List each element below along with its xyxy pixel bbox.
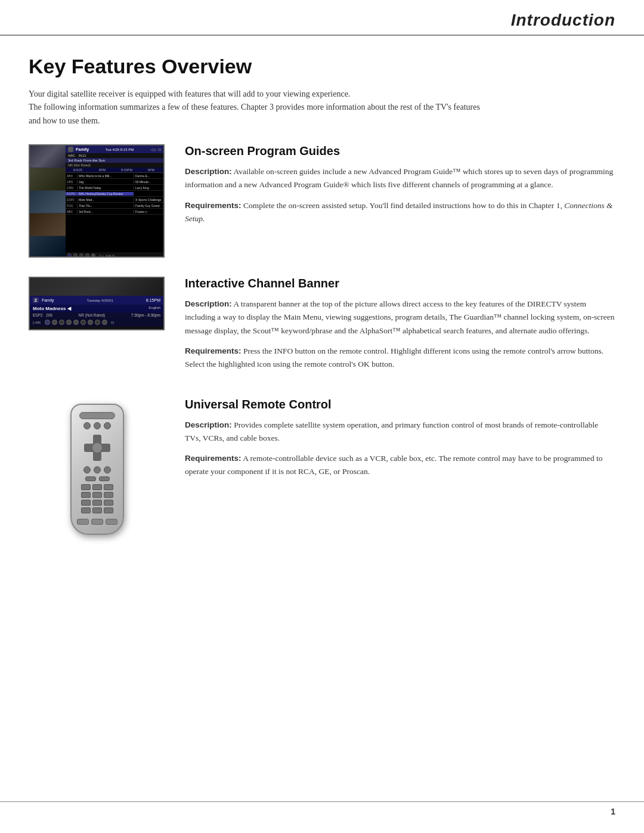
section-remote-control: Universal Remote Control Description: Pr…: [29, 398, 615, 535]
desc-label-2: Description:: [185, 299, 232, 308]
remote-btn-sm-3: [104, 422, 111, 429]
banner-icon-5: [73, 320, 79, 325]
guide-screen-mockup: Family Tue 4/25 8:15 PM ◁ ▷ ⊡ NBC IN12 3…: [29, 144, 165, 258]
remote-control-req: Requirements: A remote-controllable devi…: [185, 452, 615, 479]
remote-control-text: Universal Remote Control Description: Pr…: [185, 398, 615, 486]
page-footer: 1: [0, 801, 644, 821]
remote-num-7: [81, 500, 91, 506]
remote-rect-buttons: [85, 476, 110, 481]
banner-date: Tuesday 4/25/01: [86, 299, 113, 302]
remote-num-9: [104, 500, 113, 506]
guide-icon-2: [73, 253, 78, 258]
remote-num-0: [92, 507, 102, 513]
remote-control-desc: Description: Provides complete satellite…: [185, 419, 615, 445]
dpad-center: [92, 443, 102, 453]
remote-num-4: [81, 492, 91, 498]
program-guide-image: Family Tue 4/25 8:15 PM ◁ ▷ ⊡ NBC IN12 3…: [29, 144, 166, 258]
banner-prog-row: Moto Madness ◀ English: [30, 305, 163, 312]
remote-control-body: Description: Provides complete satellite…: [185, 419, 615, 479]
remote-num-hash: [104, 507, 113, 513]
chapter-ref-1: Connections & Setup.: [185, 201, 613, 223]
guide-row-abx: ABX Who Wants to be a Mill... Darma &...: [66, 173, 163, 179]
program-guides-body: Description: Available on-screen guides …: [185, 165, 615, 225]
page-title: Key Features Overview: [29, 55, 615, 78]
desc-label-3: Description:: [185, 420, 232, 429]
page-number: 1: [611, 807, 615, 816]
banner-network-logo: 2: [33, 298, 39, 303]
banner-lang: English: [148, 306, 160, 311]
req-label-2: Requirements:: [185, 346, 242, 355]
banner-rating: NR (Not Rated): [78, 313, 105, 317]
guide-icon-1: [67, 253, 72, 258]
guide-channel-name: Family: [76, 147, 89, 151]
guide-icons: ◁ ▷ ⊡: [150, 147, 161, 151]
banner-video-bg: [30, 278, 163, 296]
banner-channel: Family: [42, 298, 54, 302]
guide-date-time: Tue 4/25 8:15 PM: [106, 148, 134, 151]
remote-num-8: [92, 500, 102, 506]
remote-small-buttons: [83, 422, 111, 429]
guide-icon-5: [91, 253, 95, 258]
remote-num-3: [104, 484, 113, 490]
guide-thumbnails: [30, 145, 66, 258]
banner-channel-row: 2 Family Tuesday 4/25/01 8:15PM: [30, 296, 163, 305]
guide-row-esp2: ESP2 Moto Mad... X-Sports Challenge: [66, 197, 163, 203]
guide-ch-num: NBC IN12: [66, 153, 163, 158]
thumb-3: [30, 191, 66, 213]
banner-prog-time: 7:30pm - 8:30pm: [131, 313, 160, 317]
banner-icon-2: [52, 320, 57, 325]
remote-control-heading: Universal Remote Control: [185, 398, 615, 411]
remote-dpad: [84, 435, 110, 461]
guide-right-panel: Family Tue 4/25 8:15 PM ◁ ▷ ⊡ NBC IN12 3…: [66, 145, 163, 258]
banner-icon-row: ▷M≡ ⊡: [30, 318, 163, 327]
banner-screen-mockup: 2 Family Tuesday 4/25/01 8:15PM Moto Mad…: [29, 277, 165, 330]
remote-top-button: [79, 412, 115, 419]
program-guides-req: Requirements: Complete the on-screen ass…: [185, 199, 615, 226]
remote-mockup: [67, 404, 127, 535]
banner-time: 8:15PM: [146, 298, 160, 302]
page-title-text: Key Features Overview: [29, 55, 252, 78]
banner-rating-row: ESP2 206 NR (Not Rated) 7:30pm - 8:30pm: [30, 312, 163, 318]
thumb-4: [30, 213, 66, 236]
remote-body: [70, 404, 124, 535]
banner-icon-8: [95, 320, 100, 325]
section-channel-banner: 2 Family Tuesday 4/25/01 8:15PM Moto Mad…: [29, 277, 615, 378]
guide-bottom-icons: ▽ △ ⊡ ⊞ ⊡: [66, 252, 163, 258]
remote-num-2: [92, 484, 102, 490]
desc-label-1: Description:: [185, 167, 232, 176]
remote-btn-rect-2: [99, 476, 110, 481]
channel-banner-heading: Interactive Channel Banner: [185, 277, 615, 290]
remote-bottom-2: [91, 519, 103, 525]
remote-bottom-1: [77, 519, 89, 525]
channel-banner-text: Interactive Channel Banner Description: …: [185, 277, 615, 378]
banner-icon-1: [45, 320, 50, 325]
remote-mid-buttons: [83, 466, 111, 473]
header-title: Introduction: [511, 11, 615, 30]
remote-num-6: [104, 492, 113, 498]
banner-ch-nums: ESP2 206: [33, 313, 52, 317]
remote-btn-rect-1: [85, 476, 96, 481]
banner-ch-left: 2 Family: [33, 298, 54, 303]
remote-control-image: [29, 398, 166, 535]
program-guides-heading: On-screen Program Guides: [185, 144, 615, 158]
guide-row-nbc: NBC 3rd Rock... Frasier ▷: [66, 209, 163, 215]
banner-icon-6: [80, 320, 86, 325]
thumb-1: [30, 145, 66, 168]
req-label-1: Requirements:: [185, 201, 242, 210]
remote-bottom-3: [106, 519, 117, 525]
guide-icon-3: [79, 253, 83, 258]
channel-banner-req: Requirements: Press the INFO button on t…: [185, 345, 615, 371]
remote-btn-sm-2: [94, 422, 101, 429]
channel-banner-image: 2 Family Tuesday 4/25/01 8:15PM Moto Mad…: [29, 277, 166, 330]
req-label-3: Requirements:: [185, 454, 242, 463]
remote-num-5: [92, 492, 102, 498]
remote-num-star: [81, 507, 91, 513]
section-program-guides: Family Tue 4/25 8:15 PM ◁ ▷ ⊡ NBC IN12 3…: [29, 144, 615, 258]
remote-num-1: [81, 484, 91, 490]
guide-row-cnn: CNN The World Today Larry King: [66, 185, 163, 191]
banner-icon-9: [102, 320, 107, 325]
remote-bottom-buttons: [77, 519, 117, 525]
intro-line2: The following information summarizes a f…: [29, 103, 480, 125]
intro-line1: Your digital satellite receiver is equip…: [29, 89, 350, 98]
guide-rating: NR (Not Rated): [66, 163, 163, 168]
